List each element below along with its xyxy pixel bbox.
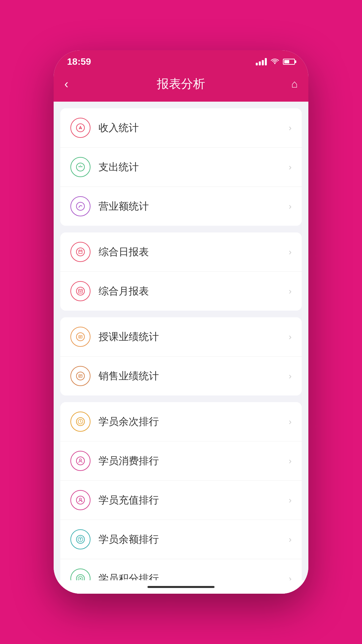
student-consume-icon	[70, 451, 90, 471]
phone-frame: 18:59 ‹ 报表分析 ⌂	[54, 50, 308, 594]
sales-performance-icon	[70, 366, 90, 386]
expense-stats-arrow: ›	[289, 162, 292, 172]
section-performance: 授课业绩统计 › 销售业绩统计 ›	[60, 317, 302, 395]
menu-item-student-points[interactable]: 学员积分排行 ›	[60, 559, 302, 580]
revenue-stats-arrow: ›	[289, 201, 292, 212]
expense-stats-icon	[70, 157, 90, 177]
svg-rect-4	[80, 165, 81, 166]
student-consume-label: 学员消费排行	[99, 454, 289, 468]
svg-rect-12	[78, 289, 82, 293]
home-bar	[147, 586, 215, 588]
income-stats-icon	[70, 118, 90, 138]
svg-point-39	[76, 575, 84, 580]
svg-line-28	[80, 422, 81, 423]
svg-point-17	[76, 333, 84, 341]
income-stats-arrow: ›	[289, 123, 292, 133]
menu-item-student-consume[interactable]: 学员消费排行 ›	[60, 441, 302, 481]
student-balance-icon	[70, 529, 90, 549]
student-balance-arrow: ›	[289, 534, 292, 545]
home-button[interactable]: ⌂	[281, 78, 298, 90]
revenue-stats-icon	[70, 196, 90, 216]
svg-point-30	[79, 459, 81, 461]
revenue-stats-label: 营业额统计	[99, 200, 289, 213]
student-balance-label: 学员余额排行	[99, 533, 289, 546]
svg-rect-18	[79, 335, 82, 338]
student-recharge-label: 学员充值排行	[99, 493, 289, 507]
app-header: ‹ 报表分析 ⌂	[54, 70, 308, 102]
student-remaining-icon	[70, 412, 90, 432]
content-area: 收入统计 › 支出统计 ›	[54, 102, 308, 580]
section-rankings: 学员余次排行 › 学员消费排行 ›	[60, 402, 302, 580]
menu-item-teaching-performance[interactable]: 授课业绩统计 ›	[60, 317, 302, 357]
svg-point-11	[76, 287, 84, 295]
svg-rect-22	[79, 375, 82, 377]
svg-point-21	[76, 372, 84, 380]
menu-item-sales-performance[interactable]: 销售业绩统计 ›	[60, 357, 302, 395]
svg-point-5	[76, 202, 84, 210]
svg-point-32	[79, 498, 81, 500]
menu-item-monthly-report[interactable]: 综合月报表 ›	[60, 272, 302, 311]
income-stats-label: 收入统计	[99, 121, 289, 135]
student-points-label: 学员积分排行	[99, 572, 289, 581]
menu-item-revenue-stats[interactable]: 营业额统计 ›	[60, 187, 302, 226]
teaching-performance-label: 授课业绩统计	[99, 330, 289, 344]
student-remaining-label: 学员余次排行	[99, 415, 289, 429]
menu-item-student-remaining[interactable]: 学员余次排行 ›	[60, 402, 302, 441]
menu-item-income-stats[interactable]: 收入统计 ›	[60, 108, 302, 148]
home-indicator	[54, 580, 308, 594]
status-icons	[256, 57, 295, 66]
student-remaining-arrow: ›	[289, 417, 292, 427]
menu-item-daily-report[interactable]: 综合日报表 ›	[60, 232, 302, 272]
daily-report-icon	[70, 242, 90, 262]
page-title: 报表分析	[157, 76, 205, 92]
section-reports: 综合日报表 › 综合月报表 ›	[60, 232, 302, 311]
back-button[interactable]: ‹	[64, 77, 81, 91]
status-time: 18:59	[67, 56, 91, 67]
daily-report-label: 综合日报表	[99, 245, 289, 259]
sales-performance-arrow: ›	[289, 371, 292, 381]
student-recharge-arrow: ›	[289, 495, 292, 505]
student-consume-arrow: ›	[289, 456, 292, 466]
svg-rect-3	[78, 166, 82, 167]
teaching-performance-arrow: ›	[289, 332, 292, 342]
svg-point-6	[76, 248, 84, 256]
monthly-report-icon	[70, 281, 90, 301]
student-recharge-icon	[70, 490, 90, 510]
teaching-performance-icon	[70, 327, 90, 347]
menu-item-student-balance[interactable]: 学员余额排行 ›	[60, 520, 302, 559]
section-income-stats: 收入统计 › 支出统计 ›	[60, 108, 302, 226]
wifi-icon	[271, 57, 279, 66]
monthly-report-arrow: ›	[289, 286, 292, 297]
sales-performance-label: 销售业绩统计	[99, 369, 289, 383]
svg-rect-7	[79, 250, 82, 254]
student-points-arrow: ›	[289, 574, 292, 581]
menu-item-student-recharge[interactable]: 学员充值排行 ›	[60, 481, 302, 520]
expense-stats-label: 支出统计	[99, 160, 289, 174]
svg-point-0	[76, 124, 84, 132]
daily-report-arrow: ›	[289, 247, 292, 257]
signal-icon	[256, 58, 267, 65]
status-bar: 18:59	[54, 50, 308, 70]
battery-icon	[283, 59, 295, 65]
monthly-report-label: 综合月报表	[99, 284, 289, 298]
menu-item-expense-stats[interactable]: 支出统计 ›	[60, 148, 302, 187]
student-points-icon	[70, 569, 90, 580]
